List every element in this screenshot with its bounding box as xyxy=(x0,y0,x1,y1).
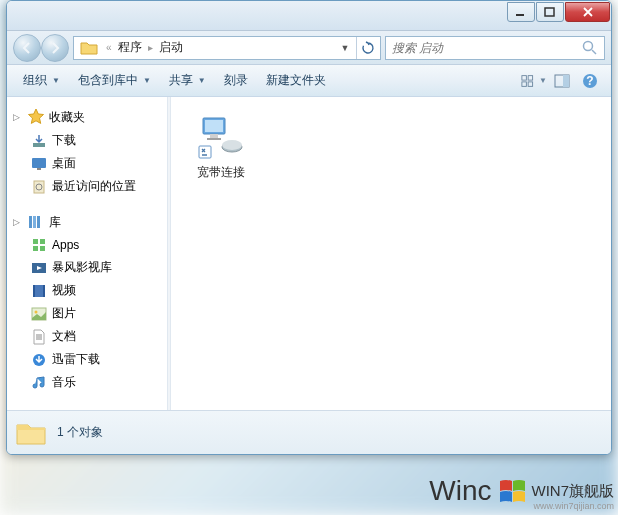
document-icon xyxy=(31,329,47,345)
sidebar-xunlei[interactable]: 迅雷下载 xyxy=(7,348,167,371)
video-lib-icon xyxy=(31,260,47,276)
breadcrumb-prefix: « xyxy=(102,42,116,53)
close-button[interactable] xyxy=(565,2,610,22)
library-icon xyxy=(27,213,45,231)
minimize-button[interactable] xyxy=(507,2,535,22)
sidebar-video[interactable]: 视频 xyxy=(7,279,167,302)
status-bar: 1 个对象 xyxy=(7,410,611,454)
svg-rect-1 xyxy=(545,8,554,16)
collapse-icon: ▷ xyxy=(13,112,23,122)
svg-rect-11 xyxy=(33,143,45,147)
search-icon xyxy=(582,40,598,56)
status-text: 1 个对象 xyxy=(57,424,103,441)
svg-rect-13 xyxy=(37,168,41,170)
include-button[interactable]: 包含到库中▼ xyxy=(70,68,159,93)
new-folder-button[interactable]: 新建文件夹 xyxy=(258,68,334,93)
favorites-label: 收藏夹 xyxy=(49,109,85,126)
svg-rect-36 xyxy=(207,138,221,140)
breadcrumb-startup[interactable]: 启动 xyxy=(157,39,185,56)
svg-point-28 xyxy=(35,310,38,313)
file-broadband-connection[interactable]: 宽带连接 xyxy=(181,107,261,186)
maximize-button[interactable] xyxy=(536,2,564,22)
back-button[interactable] xyxy=(13,34,41,62)
picture-icon xyxy=(31,306,47,322)
xunlei-icon xyxy=(31,352,47,368)
forward-button[interactable] xyxy=(41,34,69,62)
burn-button[interactable]: 刻录 xyxy=(216,68,256,93)
sidebar-recent[interactable]: 最近访问的位置 xyxy=(7,175,167,198)
svg-rect-6 xyxy=(528,81,532,85)
address-bar[interactable]: « 程序 ▸ 启动 ▼ xyxy=(73,36,381,60)
folder-icon xyxy=(15,417,47,449)
svg-point-2 xyxy=(584,41,593,50)
music-icon xyxy=(31,375,47,391)
sidebar-baofeng[interactable]: 暴风影视库 xyxy=(7,256,167,279)
titlebar xyxy=(7,1,611,31)
search-box[interactable] xyxy=(385,36,605,60)
svg-rect-20 xyxy=(40,239,45,244)
help-button[interactable]: ? xyxy=(577,70,603,92)
svg-rect-3 xyxy=(522,75,526,79)
svg-text:?: ? xyxy=(586,74,593,88)
watermark-main: Winc xyxy=(429,475,491,507)
windows-logo-icon xyxy=(498,477,526,505)
refresh-button[interactable] xyxy=(356,37,378,59)
preview-pane-button[interactable] xyxy=(549,70,575,92)
svg-rect-25 xyxy=(33,285,35,297)
file-label: 宽带连接 xyxy=(197,164,245,181)
sidebar-pictures[interactable]: 图片 xyxy=(7,302,167,325)
watermark-side: WIN7旗舰版 xyxy=(532,482,615,501)
chevron-right-icon: ▸ xyxy=(144,42,157,53)
watermark: Winc WIN7旗舰版 www.win7qijian.com xyxy=(429,475,614,507)
svg-point-38 xyxy=(222,140,242,150)
svg-rect-26 xyxy=(43,285,45,297)
share-button[interactable]: 共享▼ xyxy=(161,68,214,93)
star-icon xyxy=(27,108,45,126)
svg-rect-4 xyxy=(528,75,532,79)
nav-row: « 程序 ▸ 启动 ▼ xyxy=(7,31,611,65)
sidebar-downloads[interactable]: 下载 xyxy=(7,129,167,152)
view-options-button[interactable]: ▼ xyxy=(521,70,547,92)
sidebar-documents[interactable]: 文档 xyxy=(7,325,167,348)
svg-rect-8 xyxy=(563,75,569,87)
svg-rect-19 xyxy=(33,239,38,244)
body: ▷ 收藏夹 下载 桌面 最近访问的位置 ▷ 库 Apps 暴风影视库 视频 图片… xyxy=(7,97,611,410)
desktop-icon xyxy=(31,156,47,172)
film-icon xyxy=(31,283,47,299)
sidebar-apps[interactable]: Apps xyxy=(7,234,167,256)
collapse-icon: ▷ xyxy=(13,217,23,227)
address-dropdown[interactable]: ▼ xyxy=(334,37,356,59)
svg-rect-12 xyxy=(32,158,46,168)
download-icon xyxy=(31,133,47,149)
connection-icon xyxy=(197,112,245,160)
svg-rect-34 xyxy=(205,120,223,132)
sidebar-libraries[interactable]: ▷ 库 xyxy=(7,210,167,234)
explorer-window: « 程序 ▸ 启动 ▼ 组织▼ 包含到库中▼ 共享▼ 刻录 新建文件夹 ▼ ? … xyxy=(6,0,612,455)
apps-icon xyxy=(31,237,47,253)
sidebar: ▷ 收藏夹 下载 桌面 最近访问的位置 ▷ 库 Apps 暴风影视库 视频 图片… xyxy=(7,97,167,410)
svg-rect-21 xyxy=(33,246,38,251)
svg-rect-35 xyxy=(210,134,218,138)
svg-rect-22 xyxy=(40,246,45,251)
svg-rect-0 xyxy=(516,14,524,16)
sidebar-music[interactable]: 音乐 xyxy=(7,371,167,394)
content-pane[interactable]: 宽带连接 xyxy=(171,97,611,410)
svg-rect-5 xyxy=(522,81,526,85)
libraries-label: 库 xyxy=(49,214,61,231)
watermark-url: www.win7qijian.com xyxy=(533,501,614,511)
sidebar-desktop[interactable]: 桌面 xyxy=(7,152,167,175)
recent-icon xyxy=(31,179,47,195)
sidebar-favorites[interactable]: ▷ 收藏夹 xyxy=(7,105,167,129)
breadcrumb-programs[interactable]: 程序 xyxy=(116,39,144,56)
organize-button[interactable]: 组织▼ xyxy=(15,68,68,93)
search-input[interactable] xyxy=(392,41,582,55)
toolbar: 组织▼ 包含到库中▼ 共享▼ 刻录 新建文件夹 ▼ ? xyxy=(7,65,611,97)
svg-rect-18 xyxy=(37,216,40,228)
folder-icon xyxy=(80,39,98,57)
svg-rect-16 xyxy=(29,216,32,228)
svg-rect-17 xyxy=(33,216,36,228)
